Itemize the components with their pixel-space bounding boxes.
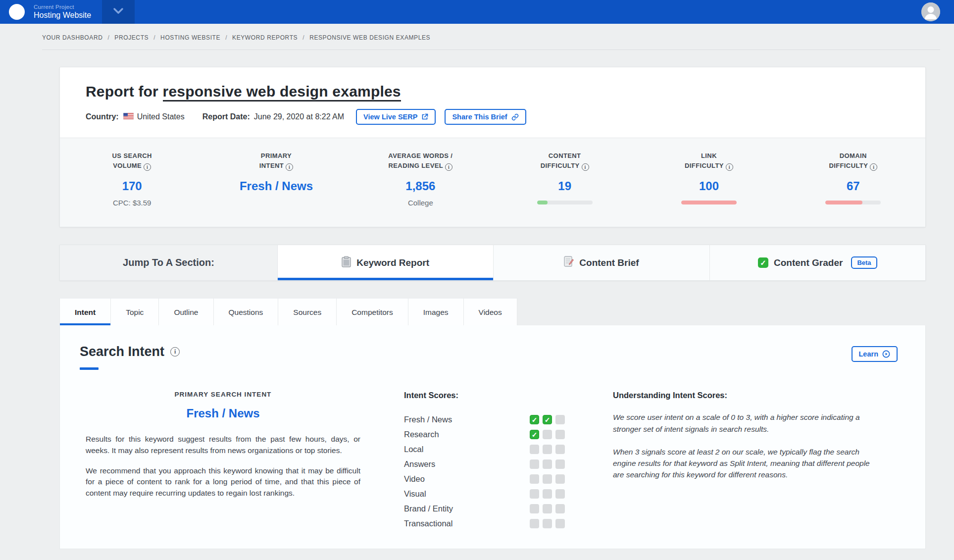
tab-videos[interactable]: Videos	[464, 298, 517, 325]
intent-score-list: Fresh / News✓✓ Research✓ Local Answers V…	[404, 412, 565, 531]
section-tab-label: Content Grader	[774, 257, 843, 268]
info-icon[interactable]: i	[445, 163, 452, 171]
breadcrumb-separator: /	[302, 34, 304, 41]
score-box-empty	[555, 445, 565, 454]
score-boxes: ✓✓	[530, 415, 565, 424]
score-row-research: Research✓	[404, 427, 565, 442]
report-tabs: Intent Topic Outline Questions Sources C…	[59, 298, 517, 325]
tab-competitors[interactable]: Competitors	[337, 298, 408, 325]
top-navbar: Current Project Hosting Website	[0, 0, 954, 24]
section-tab-label: Keyword Report	[356, 257, 429, 268]
metric-value-average-words: 1,856	[349, 179, 493, 193]
project-switcher-button[interactable]	[102, 0, 135, 24]
section-tab-keyword-report[interactable]: Keyword Report	[278, 245, 494, 280]
page-title: Report for responsive web design example…	[86, 83, 925, 100]
score-box-empty	[543, 474, 552, 484]
domain-difficulty-bar	[825, 201, 881, 204]
learn-button-label: Learn	[859, 350, 879, 358]
breadcrumb-keyword-reports[interactable]: KEYWORD REPORTS	[232, 34, 298, 41]
score-row-visual: Visual	[404, 486, 565, 501]
score-box-checked: ✓	[530, 415, 539, 424]
metric-primary-intent: PRIMARYINTENTi Fresh / News	[204, 151, 348, 207]
metric-value-search-volume: 170	[60, 179, 204, 193]
user-avatar[interactable]	[921, 2, 940, 21]
score-box-empty	[530, 459, 539, 469]
link-icon	[511, 113, 519, 121]
tab-sources[interactable]: Sources	[278, 298, 337, 325]
info-icon[interactable]: i	[582, 163, 589, 171]
report-keyword: responsive web design examples	[163, 83, 401, 102]
score-box-empty	[530, 474, 539, 484]
metric-content-difficulty: CONTENTDIFFICULTYi 19	[493, 151, 637, 207]
score-row-fresh-news: Fresh / News✓✓	[404, 412, 565, 427]
tab-topic[interactable]: Topic	[111, 298, 159, 325]
metric-value-link-difficulty: 100	[637, 179, 781, 193]
score-box-empty	[555, 489, 565, 499]
report-date-value: June 29, 2020 at 8:22 AM	[254, 112, 344, 121]
score-box-empty	[555, 474, 565, 484]
info-icon[interactable]: i	[726, 163, 733, 171]
page-container: Report for responsive web design example…	[59, 67, 926, 549]
metrics-strip: US SEARCHVOLUMEi 170 CPC: $3.59 PRIMARYI…	[60, 138, 925, 227]
score-box-empty	[543, 519, 552, 528]
report-meta-row: Country: United States Report Date: June…	[86, 109, 925, 125]
metric-value-domain-difficulty: 67	[781, 179, 925, 193]
breadcrumb-current-page: RESPONSIVE WEB DESIGN EXAMPLES	[309, 34, 430, 41]
metric-link-difficulty: LINKDIFFICULTYi 100	[637, 151, 781, 207]
understanding-column: Understanding Intent Scores: We score us…	[613, 391, 880, 531]
score-box-empty	[530, 489, 539, 499]
tab-images[interactable]: Images	[408, 298, 464, 325]
info-icon[interactable]: i	[144, 163, 151, 171]
external-link-icon	[421, 113, 428, 120]
green-check-icon: ✓	[758, 257, 768, 268]
learn-button[interactable]: Learn	[852, 346, 898, 362]
score-box-empty	[530, 445, 539, 454]
view-live-serp-button[interactable]: View Live SERP	[356, 109, 436, 125]
score-box-empty	[543, 445, 552, 454]
info-icon[interactable]: i	[870, 163, 877, 171]
metric-domain-difficulty: DOMAINDIFFICULTYi 67	[781, 151, 925, 207]
score-box-checked: ✓	[543, 415, 552, 424]
breadcrumb-dashboard[interactable]: YOUR DASHBOARD	[42, 34, 102, 41]
tab-outline[interactable]: Outline	[159, 298, 213, 325]
breadcrumb-projects[interactable]: PROJECTS	[114, 34, 149, 41]
score-box-empty	[543, 504, 552, 513]
play-circle-icon	[882, 350, 890, 358]
info-icon[interactable]: i	[170, 347, 180, 356]
us-flag-icon	[123, 112, 134, 121]
chevron-down-icon	[113, 7, 124, 16]
intent-description-paragraph: Results for this keyword suggest results…	[86, 434, 360, 456]
score-row-brand-entity: Brand / Entity	[404, 501, 565, 516]
score-boxes: ✓	[530, 430, 565, 439]
current-project-name: Hosting Website	[34, 10, 91, 20]
current-project-block[interactable]: Current Project Hosting Website	[34, 3, 91, 20]
metric-value-primary-intent[interactable]: Fresh / News	[204, 179, 348, 193]
intent-scores-column: Intent Scores: Fresh / News✓✓ Research✓ …	[404, 391, 565, 531]
heading-accent-bar	[80, 367, 99, 370]
jump-to-section-label: Jump To A Section:	[60, 245, 278, 280]
info-icon[interactable]: i	[286, 163, 293, 171]
metric-average-words: AVERAGE WORDS /READING LEVELi 1,856 Coll…	[349, 151, 493, 207]
primary-search-intent-label: PRIMARY SEARCH INTENT	[86, 391, 360, 398]
share-this-brief-button[interactable]: Share This Brief	[445, 109, 526, 125]
primary-intent-column: PRIMARY SEARCH INTENT Fresh / News Resul…	[86, 391, 360, 531]
score-box-empty	[530, 504, 539, 513]
app-logo[interactable]	[9, 4, 25, 20]
tab-intent[interactable]: Intent	[59, 298, 111, 325]
breadcrumb-hosting-website[interactable]: HOSTING WEBSITE	[160, 34, 220, 41]
score-box-empty	[555, 519, 565, 528]
score-box-checked: ✓	[530, 430, 539, 439]
report-head: Report for responsive web design example…	[60, 67, 925, 138]
score-row-answers: Answers	[404, 457, 565, 471]
country-label: Country:	[86, 112, 119, 121]
tab-questions[interactable]: Questions	[214, 298, 279, 325]
view-live-serp-label: View Live SERP	[363, 113, 417, 121]
score-row-transactional: Transactional	[404, 516, 565, 531]
understanding-paragraph-1: We score user intent on a scale of 0 to …	[613, 411, 880, 435]
section-tab-content-grader[interactable]: ✓ Content Grader Beta	[710, 245, 925, 280]
report-title-prefix: Report for	[86, 83, 163, 100]
intent-scores-title: Intent Scores:	[404, 391, 565, 400]
breadcrumb: YOUR DASHBOARD / PROJECTS / HOSTING WEBS…	[42, 24, 940, 50]
score-boxes	[530, 474, 565, 484]
section-tab-content-brief[interactable]: Content Brief	[494, 245, 709, 280]
